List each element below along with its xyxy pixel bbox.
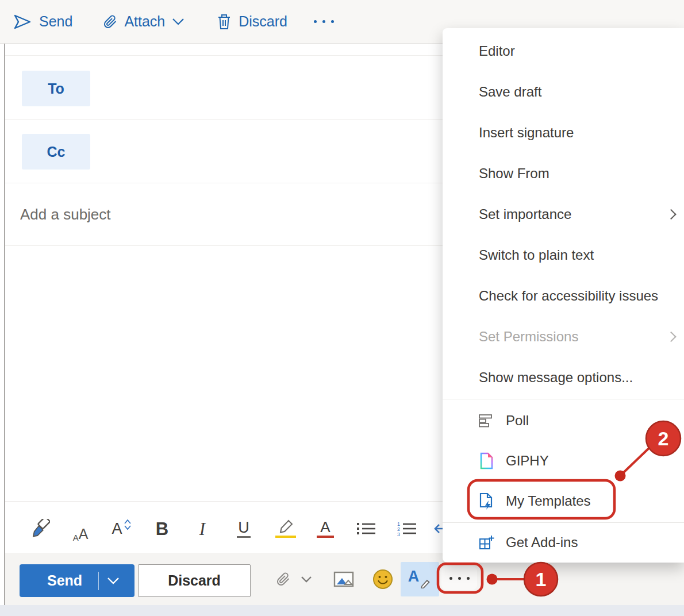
split-divider xyxy=(98,572,99,590)
discard-button-top[interactable]: Discard xyxy=(209,0,295,44)
svg-text:3: 3 xyxy=(397,532,400,537)
menu-item-giphy[interactable]: GIPHY xyxy=(443,441,684,481)
menu-divider xyxy=(443,522,684,523)
bullet-list-button[interactable] xyxy=(352,515,380,542)
menu-item-my-templates[interactable]: My Templates xyxy=(443,481,684,521)
font-size-button[interactable]: A xyxy=(107,515,135,542)
to-recipients-input[interactable] xyxy=(101,71,422,106)
to-button-label: To xyxy=(48,80,64,97)
font-button[interactable]: A A xyxy=(67,515,94,542)
format-painter-button[interactable] xyxy=(26,515,54,542)
font-size-icon: A xyxy=(112,521,122,537)
send-plane-icon xyxy=(13,13,32,31)
attach-button[interactable]: Attach xyxy=(95,0,193,44)
italic-icon: I xyxy=(199,520,205,538)
highlighter-icon xyxy=(277,519,294,534)
attach-button-label: Attach xyxy=(124,13,165,30)
send-button-label: Send xyxy=(39,13,72,30)
bold-icon: B xyxy=(156,520,168,538)
menu-item-save-draft[interactable]: Save draft xyxy=(443,71,684,112)
attach-options-chevron[interactable] xyxy=(293,561,320,598)
send-button-label: Send xyxy=(47,572,82,589)
more-options-button[interactable] xyxy=(441,566,477,590)
discard-button-bottom[interactable]: Discard xyxy=(138,564,251,597)
menu-item-show-message-options[interactable]: Show message options... xyxy=(443,357,684,398)
send-button-top[interactable]: Send xyxy=(5,0,80,44)
menu-item-editor[interactable]: Editor xyxy=(443,30,684,71)
highlight-button[interactable] xyxy=(272,515,299,542)
numbered-list-icon: 1 2 3 xyxy=(397,521,417,537)
discard-button-label: Discard xyxy=(239,13,287,30)
font-color-button[interactable]: A xyxy=(312,515,339,542)
chevron-down-icon xyxy=(172,18,185,25)
italic-button[interactable]: I xyxy=(189,515,216,542)
underline-button[interactable]: U xyxy=(230,515,258,542)
paperclip-icon xyxy=(103,14,117,29)
insert-picture-button[interactable] xyxy=(330,561,358,598)
outlook-compose-window: Send Attach Discard To xyxy=(0,0,684,616)
bullet-list-icon xyxy=(356,521,376,537)
chevron-down-icon xyxy=(301,576,312,583)
my-templates-icon xyxy=(478,492,495,510)
menu-item-get-addins[interactable]: Get Add-ins xyxy=(443,524,684,561)
smiley-icon xyxy=(372,568,394,590)
menu-item-show-from[interactable]: Show From xyxy=(443,153,684,194)
numbered-list-button[interactable]: 1 2 3 xyxy=(393,515,421,542)
cc-button[interactable]: Cc xyxy=(22,134,90,170)
bold-button[interactable]: B xyxy=(148,515,176,542)
menu-item-set-importance[interactable]: Set importance xyxy=(443,194,684,234)
size-arrows-icon xyxy=(124,519,131,530)
menu-item-insert-signature[interactable]: Insert signature xyxy=(443,112,684,153)
poll-icon xyxy=(478,414,495,428)
show-formatting-options-button[interactable]: A xyxy=(401,562,439,596)
insert-emoji-button[interactable] xyxy=(369,561,397,598)
format-painter-icon xyxy=(30,519,50,538)
more-commands-button[interactable] xyxy=(306,0,342,44)
cc-button-label: Cc xyxy=(47,144,66,160)
font-color-bar xyxy=(317,536,334,538)
menu-item-check-accessibility[interactable]: Check for accessibility issues xyxy=(443,275,684,316)
trash-icon xyxy=(217,13,232,30)
subject-input[interactable] xyxy=(19,195,421,233)
underline-icon: U xyxy=(237,520,251,538)
giphy-icon xyxy=(478,452,495,469)
ellipsis-icon xyxy=(314,20,334,23)
submenu-chevron-icon xyxy=(666,331,676,341)
get-addins-icon xyxy=(478,534,495,550)
send-split-button[interactable]: Send xyxy=(20,564,135,597)
chevron-down-icon xyxy=(107,577,120,584)
font-icon: A xyxy=(73,533,79,542)
formatting-a-icon: A xyxy=(408,568,420,586)
menu-item-switch-plain-text[interactable]: Switch to plain text xyxy=(443,234,684,275)
to-button[interactable]: To xyxy=(22,71,90,106)
menu-item-set-permissions: Set Permissions xyxy=(443,316,684,357)
highlight-color-bar xyxy=(275,536,296,538)
ellipsis-icon xyxy=(449,577,452,580)
menu-item-poll[interactable]: Poll xyxy=(443,401,684,441)
image-icon xyxy=(333,571,354,588)
window-footer xyxy=(0,605,684,616)
menu-divider xyxy=(443,399,684,399)
paperclip-icon xyxy=(276,571,290,588)
cc-recipients-input[interactable] xyxy=(101,134,422,169)
more-commands-menu: Editor Save draft Insert signature Show … xyxy=(443,28,684,563)
submenu-chevron-icon xyxy=(666,209,676,219)
font-color-icon: A xyxy=(320,519,330,534)
pencil-icon xyxy=(420,577,432,588)
